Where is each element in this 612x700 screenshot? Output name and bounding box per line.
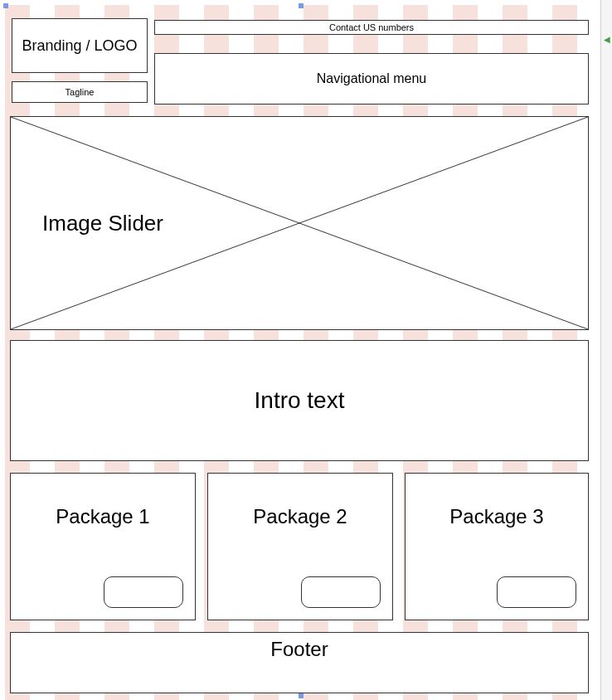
package-2-block[interactable]: Package 2 [207,473,393,620]
intro-text-block[interactable]: Intro text [10,340,589,461]
package-1-block[interactable]: Package 1 [10,473,196,620]
package-3-block[interactable]: Package 3 [405,473,589,620]
footer-block[interactable]: Footer [10,632,589,693]
package-2-button[interactable] [301,576,381,608]
selection-handle[interactable] [299,3,304,8]
package-3-button[interactable] [497,576,576,608]
contact-block[interactable]: Contact US numbers [154,20,589,35]
nav-menu-block[interactable]: Navigational menu [154,53,589,105]
logo-block[interactable]: Branding / LOGO [12,18,148,73]
package-title: Package 1 [56,505,149,528]
contact-label: Contact US numbers [329,22,414,32]
wireframe-canvas: Branding / LOGO Tagline Contact US numbe… [0,0,600,700]
package-title: Package 2 [253,505,347,528]
selection-handle[interactable] [299,693,304,698]
tagline-label: Tagline [66,87,95,97]
package-title: Package 3 [449,505,543,528]
footer-label: Footer [270,638,328,661]
package-1-button[interactable] [104,576,183,608]
ruler-marker-icon: ◀ [604,35,610,44]
nav-label: Navigational menu [317,71,427,86]
tagline-block[interactable]: Tagline [12,81,148,103]
ruler-right: ◀ [600,0,612,700]
slider-label: Image Slider [42,211,163,236]
selection-handle[interactable] [3,3,8,8]
logo-label: Branding / LOGO [22,37,137,55]
image-slider-block[interactable]: Image Slider [10,116,589,330]
intro-label: Intro text [255,387,345,414]
